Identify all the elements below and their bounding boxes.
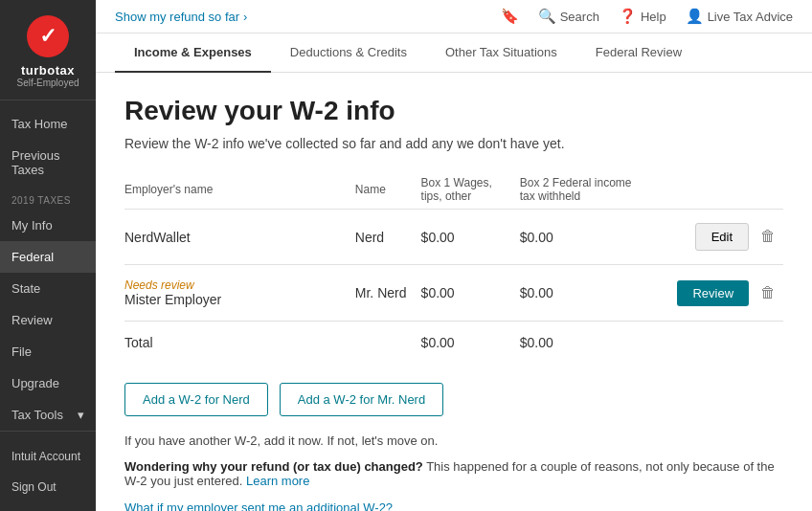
help-icon: ❓ <box>619 8 637 25</box>
search-action[interactable]: 🔍 Search <box>538 8 599 25</box>
live-advice-label: Live Tax Advice <box>708 10 793 24</box>
topbar: Show my refund so far › 🔖 🔍 Search ❓ Hel… <box>96 0 812 33</box>
sidebar-item-intuit-account[interactable]: Intuit Account <box>0 441 96 472</box>
info-text: If you have another W-2, add it now. If … <box>124 433 783 448</box>
tab-other-tax[interactable]: Other Tax Situations <box>426 33 576 73</box>
sidebar-item-my-info[interactable]: My Info <box>0 210 96 241</box>
total-row: Total $0.00 $0.00 <box>124 322 783 365</box>
actions-1: Edit 🗑 <box>651 210 783 265</box>
table-row: Needs review Mister Employer Mr. Nerd $0… <box>124 265 783 322</box>
col-header-employer: Employer's name <box>124 170 355 210</box>
sidebar-item-tax-tools[interactable]: Tax Tools ▾ <box>0 399 96 431</box>
brand-name: turbotax <box>21 63 75 78</box>
sidebar-footer: Intuit Account Sign Out <box>0 431 96 511</box>
total-label: Total <box>124 322 355 365</box>
faq-1: What if my employer sent me an additiona… <box>124 500 783 511</box>
sidebar-item-tax-home[interactable]: Tax Home <box>0 108 96 140</box>
bookmark-action[interactable]: 🔖 <box>501 8 519 25</box>
bookmark-icon: 🔖 <box>501 8 519 25</box>
sidebar-nav: Tax Home Previous Taxes 2019 TAXES My In… <box>0 100 96 431</box>
page-subtitle: Review the W-2 info we've collected so f… <box>124 136 783 151</box>
refund-changed-bold: Wondering why your refund (or tax due) c… <box>124 459 423 474</box>
refund-link-text: Show my refund so far <box>115 10 239 24</box>
sidebar-item-sign-out[interactable]: Sign Out <box>0 472 96 502</box>
live-advice-action[interactable]: 👤 Live Tax Advice <box>686 8 793 25</box>
employer-name-1: NerdWallet <box>124 210 355 265</box>
col-header-box1: Box 1 Wages, tips, other <box>421 170 520 210</box>
total-box1: $0.00 <box>421 322 520 365</box>
edit-button-1[interactable]: Edit <box>695 223 749 251</box>
add-w2-nerd-button[interactable]: Add a W-2 for Nerd <box>124 383 268 416</box>
tab-income-expenses[interactable]: Income & Expenses <box>115 33 271 73</box>
page-title: Review your W-2 info <box>124 96 783 126</box>
review-button-2[interactable]: Review <box>677 280 749 306</box>
main-area: Show my refund so far › 🔖 🔍 Search ❓ Hel… <box>96 0 812 511</box>
box2-2: $0.00 <box>520 265 652 322</box>
search-label: Search <box>560 10 599 24</box>
box1-2: $0.00 <box>421 265 520 322</box>
employee-name-1: Nerd <box>355 210 421 265</box>
delete-icon-1[interactable]: 🗑 <box>760 228 776 244</box>
help-label: Help <box>641 10 666 24</box>
box1-1: $0.00 <box>421 210 520 265</box>
needs-review-label: Needs review <box>124 278 348 292</box>
help-action[interactable]: ❓ Help <box>619 8 666 25</box>
sidebar-item-file[interactable]: File <box>0 336 96 367</box>
employer-name-text-2: Mister Employer <box>124 292 348 307</box>
box2-1: $0.00 <box>520 210 652 265</box>
table-row: NerdWallet Nerd $0.00 $0.00 Edit 🗑 <box>124 210 783 265</box>
logo-area: ✓ turbotax Self-Employed <box>0 0 96 100</box>
brand-sub: Self-Employed <box>16 78 79 88</box>
w2-table: Employer's name Name Box 1 Wages, tips, … <box>124 170 783 364</box>
sidebar-item-federal[interactable]: Federal <box>0 241 96 273</box>
add-w2-mr-nerd-button[interactable]: Add a W-2 for Mr. Nerd <box>280 383 443 416</box>
topbar-actions: 🔖 🔍 Search ❓ Help 👤 Live Tax Advice <box>501 8 793 25</box>
faq-1-link[interactable]: What if my employer sent me an additiona… <box>124 500 393 511</box>
tax-tools-label: Tax Tools <box>11 408 63 422</box>
tab-deductions-credits[interactable]: Deductions & Credits <box>271 33 426 73</box>
search-icon: 🔍 <box>538 8 556 25</box>
user-icon: 👤 <box>686 8 704 25</box>
col-header-name: Name <box>355 170 421 210</box>
delete-icon-2[interactable]: 🗑 <box>760 284 776 300</box>
sidebar: ✓ turbotax Self-Employed Tax Home Previo… <box>0 0 96 511</box>
tabs: Income & Expenses Deductions & Credits O… <box>96 33 812 73</box>
total-actions-col <box>651 322 783 365</box>
checkmark-icon: ✓ <box>39 24 56 49</box>
total-box2: $0.00 <box>520 322 652 365</box>
learn-more-link[interactable]: Learn more <box>246 474 309 488</box>
chevron-right-icon: › <box>243 10 247 24</box>
sidebar-item-previous-taxes[interactable]: Previous Taxes <box>0 140 96 186</box>
content: Review your W-2 info Review the W-2 info… <box>96 73 812 511</box>
logo-circle: ✓ <box>27 15 69 57</box>
chevron-down-icon: ▾ <box>78 408 84 422</box>
tab-federal-review[interactable]: Federal Review <box>576 33 701 73</box>
sidebar-item-upgrade[interactable]: Upgrade <box>0 367 96 399</box>
sidebar-section-label: 2019 TAXES <box>0 186 96 210</box>
col-header-box2: Box 2 Federal income tax withheld <box>520 170 652 210</box>
sidebar-item-review[interactable]: Review <box>0 304 96 336</box>
actions-2: Review 🗑 <box>651 265 783 322</box>
refund-link[interactable]: Show my refund so far › <box>115 10 247 24</box>
sidebar-item-state[interactable]: State <box>0 273 96 304</box>
employer-name-2: Needs review Mister Employer <box>124 265 355 322</box>
col-header-actions <box>651 170 783 210</box>
add-w2-row: Add a W-2 for Nerd Add a W-2 for Mr. Ner… <box>124 383 783 416</box>
total-name-col <box>355 322 421 365</box>
employee-name-2: Mr. Nerd <box>355 265 421 322</box>
refund-changed-text: Wondering why your refund (or tax due) c… <box>124 459 783 488</box>
